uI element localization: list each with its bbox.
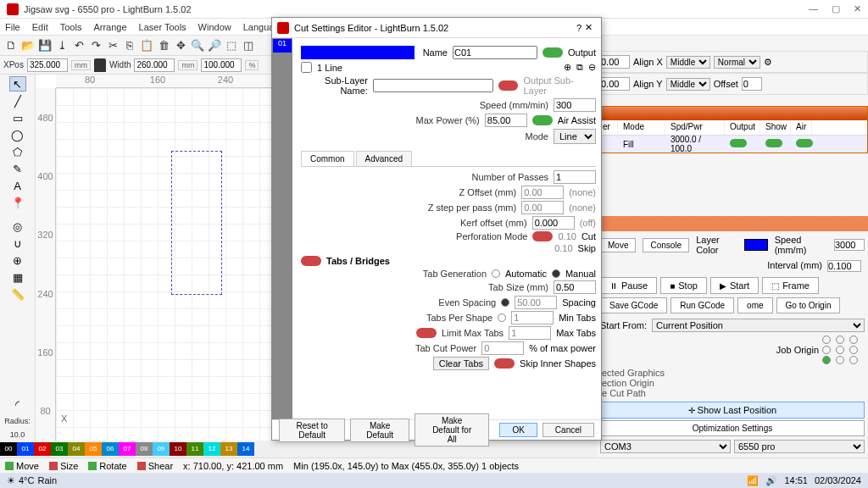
swatch-12[interactable]: 12 [203, 442, 220, 456]
goto-origin-button[interactable]: Go to Origin [776, 297, 841, 313]
new-icon[interactable]: 🗋 [3, 38, 19, 53]
zoom-in-icon[interactable]: 🔍 [190, 38, 205, 53]
show-toggle[interactable] [765, 139, 782, 147]
tabs-bridges-toggle[interactable] [301, 256, 321, 266]
gear-icon[interactable]: ⚙ [764, 57, 772, 68]
menu-edit[interactable]: Edit [32, 22, 48, 32]
one-line-checkbox[interactable] [301, 62, 312, 73]
array-tool[interactable]: ▦ [9, 269, 26, 285]
remove-icon[interactable]: ⊖ [588, 62, 596, 73]
swatch-03[interactable]: 03 [51, 442, 68, 456]
width-input[interactable] [134, 58, 175, 72]
menu-file[interactable]: File [5, 22, 20, 32]
line-tool[interactable]: ╱ [9, 93, 26, 108]
air-toggle[interactable] [796, 139, 813, 147]
minimize-icon[interactable]: — [809, 3, 818, 14]
copy-icon[interactable]: ⎘ [122, 38, 137, 53]
run-gcode-button[interactable]: Run GCode [670, 297, 734, 313]
auto-radio[interactable] [492, 269, 500, 278]
tabsize-input[interactable] [554, 280, 596, 294]
swatch-09[interactable]: 09 [153, 442, 170, 456]
text-tool[interactable]: A [9, 178, 26, 193]
job-origin-grid[interactable] [822, 336, 861, 364]
output-toggle[interactable] [542, 47, 563, 58]
select-tool[interactable]: ↖ [9, 76, 26, 92]
swatch-06[interactable]: 06 [102, 442, 119, 456]
tab-common[interactable]: Common [301, 151, 354, 166]
pause-button[interactable]: ⏸ Pause [600, 277, 657, 294]
selected-shape[interactable] [171, 151, 222, 295]
xpos-input[interactable] [27, 58, 68, 72]
tray-volume-icon[interactable]: 🔊 [765, 475, 777, 486]
align-y-select[interactable]: Middle [666, 78, 710, 91]
maxpower-input[interactable] [485, 114, 527, 127]
maximize-icon[interactable]: ▢ [832, 3, 840, 14]
home-button[interactable]: ome [737, 297, 772, 313]
move-tab[interactable]: Move [600, 238, 636, 252]
swatch-01[interactable]: 01 [17, 442, 34, 456]
air-assist-toggle[interactable] [532, 115, 553, 125]
select-all-icon[interactable]: ◫ [241, 38, 256, 53]
layer-selector[interactable]: 01 [273, 39, 292, 53]
console-tab[interactable]: Console [643, 238, 689, 252]
stop-button[interactable]: ■ Stop [660, 277, 707, 294]
save-gcode-button[interactable]: Save GCode [600, 297, 667, 313]
reset-default-button[interactable]: Reset to Default [279, 419, 345, 442]
menu-tools[interactable]: Tools [60, 22, 82, 32]
name-input[interactable] [453, 46, 537, 59]
swatch-13[interactable]: 13 [220, 442, 237, 456]
delete-icon[interactable]: 🗑 [156, 38, 171, 53]
manual-radio[interactable] [552, 269, 560, 278]
swatch-14[interactable]: 14 [237, 442, 254, 456]
swatch-04[interactable]: 04 [68, 442, 85, 456]
show-last-position-button[interactable]: ✛ Show Last Position [600, 402, 865, 419]
passes-input[interactable] [554, 170, 596, 184]
offset-tool[interactable]: ◎ [9, 219, 26, 234]
add-icon[interactable]: ⊕ [564, 62, 571, 73]
speed-input[interactable] [554, 98, 596, 112]
import-icon[interactable]: ⤓ [54, 38, 70, 53]
save-icon[interactable]: 💾 [37, 38, 53, 53]
output-sublayer-toggle[interactable] [498, 80, 519, 91]
tray-wifi-icon[interactable]: 📶 [747, 475, 759, 486]
pct1-input[interactable] [201, 58, 242, 72]
ok-button[interactable]: OK [499, 423, 537, 437]
weld-tool[interactable]: ∪ [9, 236, 26, 251]
rect-tool[interactable]: ▭ [9, 110, 26, 125]
swatch-11[interactable]: 11 [186, 442, 203, 456]
kerf-input[interactable] [532, 216, 575, 230]
boolean-tool[interactable]: ⊕ [9, 252, 26, 268]
zoom-out-icon[interactable]: 🔎 [207, 38, 222, 53]
marker-tool[interactable]: 📍 [9, 195, 26, 210]
swatch-08[interactable]: 08 [136, 442, 153, 456]
clear-tabs-button[interactable]: Clear Tabs [433, 357, 489, 370]
edit-nodes-tool[interactable]: ✎ [9, 161, 26, 176]
ellipse-tool[interactable]: ◯ [9, 127, 26, 142]
measure-tool[interactable]: 📏 [9, 286, 26, 302]
undo-icon[interactable]: ↶ [71, 38, 86, 53]
swatch-02[interactable]: 02 [34, 442, 51, 456]
frame-icon[interactable]: ⬚ [224, 38, 239, 53]
align-val[interactable] [599, 55, 630, 69]
layer-color-swatch[interactable] [744, 239, 768, 251]
menu-window[interactable]: Window [198, 22, 231, 32]
menu-laser[interactable]: Laser Tools [139, 22, 186, 32]
start-button[interactable]: ▶ Start [710, 277, 759, 294]
dialog-close-icon[interactable]: ✕ [581, 22, 596, 33]
output-toggle[interactable] [730, 139, 747, 147]
layer-row[interactable]: Fill 3000.0 / 100.0 [598, 136, 867, 152]
perforation-toggle[interactable] [532, 231, 553, 241]
move-icon[interactable]: ✥ [173, 38, 188, 53]
interval-input[interactable] [827, 260, 861, 272]
lock-icon[interactable] [94, 58, 106, 72]
close-icon[interactable]: ✕ [854, 3, 861, 14]
optimization-settings-button[interactable]: Optimization Settings [600, 420, 865, 436]
frame-button[interactable]: ⬚ Frame [762, 277, 819, 294]
swatch-10[interactable]: 10 [170, 442, 186, 456]
limit-max-toggle[interactable] [416, 328, 437, 338]
tab-advanced[interactable]: Advanced [356, 151, 412, 166]
cancel-button[interactable]: Cancel [542, 423, 594, 437]
swatch-00[interactable]: 00 [0, 442, 17, 456]
speed-input[interactable] [834, 239, 865, 251]
swatch-07[interactable]: 07 [119, 442, 136, 456]
